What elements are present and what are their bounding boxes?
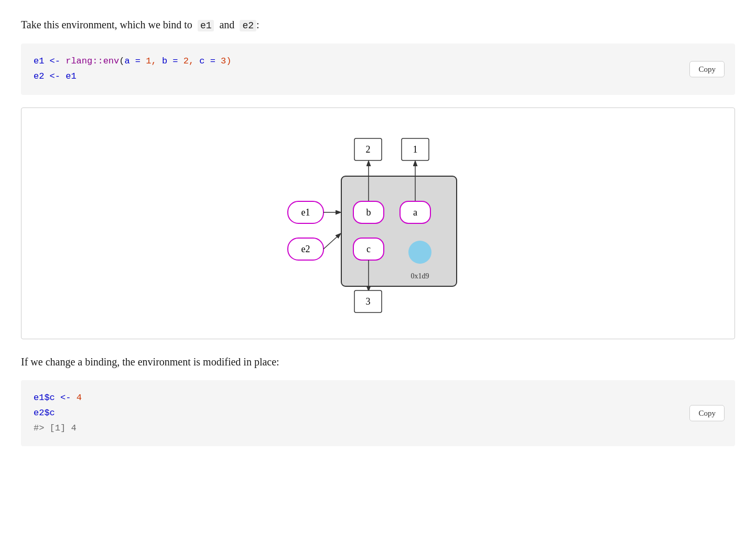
svg-line-13 bbox=[323, 234, 340, 249]
code-e1-var: e1 bbox=[34, 56, 44, 66]
code-space8 bbox=[194, 56, 199, 66]
code-val1: 1, bbox=[146, 56, 156, 66]
node-b-text: b bbox=[366, 207, 371, 218]
code2-result: #> [1] 4 bbox=[34, 423, 77, 433]
code-block-2: e1$c <- 4 e2$c #> [1] 4 Copy bbox=[21, 380, 735, 447]
environment-diagram: 2 1 b a c 0x1d9 3 e1 e2 bbox=[21, 107, 735, 339]
intro-paragraph: Take this environment, which we bind to … bbox=[21, 17, 735, 33]
code-val2: 2, bbox=[183, 56, 194, 66]
code2-line-3: #> [1] 4 bbox=[34, 421, 722, 436]
code-space5 bbox=[157, 56, 162, 66]
code-e1-ref: e1 bbox=[66, 71, 76, 81]
addr-text: 0x1d9 bbox=[411, 272, 429, 280]
intro-colon: : bbox=[256, 19, 260, 30]
code-space10 bbox=[215, 56, 221, 66]
code-eq1: = bbox=[135, 56, 141, 66]
code-space4 bbox=[141, 56, 146, 66]
code-assign-2: <- bbox=[50, 71, 60, 81]
code-line-1: e1 <- rlang::env(a = 1, b = 2, c = 3) bbox=[34, 54, 722, 69]
intro-e2-code: e2 bbox=[240, 20, 256, 31]
diagram-svg: 2 1 b a c 0x1d9 3 e1 e2 bbox=[252, 124, 504, 323]
node-a-text: a bbox=[413, 207, 417, 218]
val-1-text: 1 bbox=[413, 144, 418, 155]
code-space3 bbox=[130, 56, 135, 66]
code-line-2: e2 <- e1 bbox=[34, 69, 722, 84]
val-2-text: 2 bbox=[366, 144, 371, 155]
code-space7 bbox=[178, 56, 183, 66]
code-c-param: c bbox=[199, 56, 204, 66]
code2-line-2: e2$c bbox=[34, 406, 722, 421]
node-e1-text: e1 bbox=[301, 207, 310, 218]
code2-e1c-var: e1$c bbox=[34, 393, 55, 403]
code2-line-1: e1$c <- 4 bbox=[34, 391, 722, 406]
code-e2-var: e2 bbox=[34, 71, 44, 81]
code-block-1: e1 <- rlang::env(a = 1, b = 2, c = 3) e2… bbox=[21, 44, 735, 95]
intro-and: and bbox=[219, 19, 234, 30]
val-3-text: 3 bbox=[366, 296, 371, 307]
intro-e1-code: e1 bbox=[198, 20, 214, 31]
code-assign-1: <- bbox=[50, 56, 60, 66]
code-eq2: = bbox=[172, 56, 178, 66]
copy-button-1[interactable]: Copy bbox=[689, 61, 725, 77]
code-a-param: a bbox=[124, 56, 129, 66]
node-e2-text: e2 bbox=[301, 244, 310, 254]
code-fn-name: rlang::env bbox=[66, 56, 119, 66]
code2-val4: 4 bbox=[77, 393, 82, 403]
code-b-param: b bbox=[162, 56, 167, 66]
copy-button-2[interactable]: Copy bbox=[689, 405, 725, 422]
code-paren: ( bbox=[119, 56, 124, 66]
code-val3: 3) bbox=[221, 56, 231, 66]
node-c-text: c bbox=[366, 244, 371, 254]
code-space6 bbox=[167, 56, 172, 66]
code-space9 bbox=[205, 56, 210, 66]
section2-text: If we change a binding, the environment … bbox=[21, 354, 735, 370]
code-eq3: = bbox=[210, 56, 215, 66]
intro-text-part1: Take this environment, which we bind to bbox=[21, 19, 192, 30]
memory-dot bbox=[408, 241, 431, 264]
svg-rect-0 bbox=[341, 176, 457, 286]
code2-e2c-var: e2$c bbox=[34, 408, 55, 418]
code2-assign-1: <- bbox=[60, 393, 71, 403]
